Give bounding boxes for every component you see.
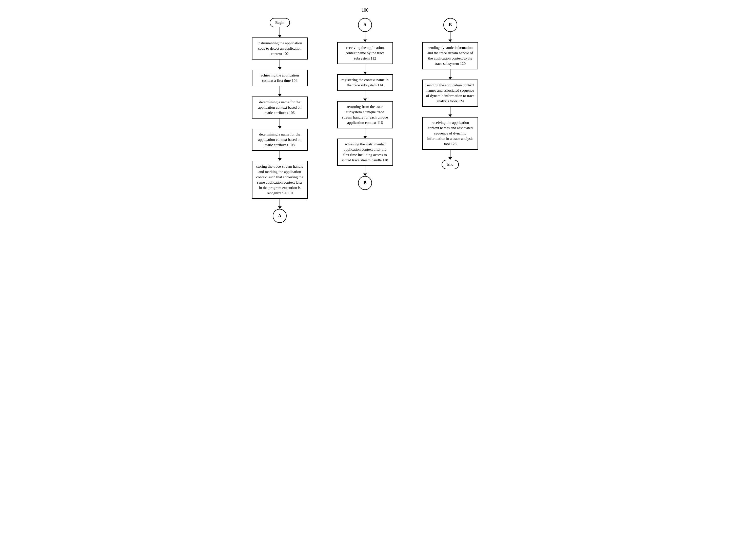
right-column: B sending dynamic information and the tr… [409, 18, 492, 169]
arrow [280, 199, 280, 206]
box-106: determining a name for the application c… [252, 96, 308, 119]
arrow [450, 69, 450, 77]
arrow-head [278, 35, 282, 37]
box-108: determining a name for the application c… [252, 129, 308, 151]
arrow-head [448, 77, 452, 80]
arrow-head [278, 94, 282, 96]
circle-a-top: A [358, 18, 372, 32]
box-116: returning from the trace subsystem a uni… [337, 101, 393, 128]
box-110: storing the trace-stream handle and mark… [252, 161, 308, 199]
arrow-head [278, 67, 282, 70]
arrow [365, 166, 365, 173]
arrow [365, 32, 365, 40]
arrow-head [448, 114, 452, 117]
box-124: sending the application context names an… [422, 80, 478, 107]
arrow [280, 119, 280, 126]
page-title: 100 [5, 8, 725, 13]
flowchart: Begin instrumenting the application code… [239, 18, 492, 223]
arrow [450, 32, 450, 40]
box-114: registering the context name in the trac… [337, 74, 393, 91]
arrow-head [278, 158, 282, 161]
box-104: achieving the application context a firs… [252, 70, 308, 86]
box-112: receiving the application context name b… [337, 42, 393, 64]
arrow-head [364, 72, 367, 74]
arrow [365, 91, 365, 99]
arrow-head [448, 40, 452, 42]
box-126: receiving the application context names … [422, 117, 478, 150]
arrow-head [448, 157, 452, 160]
arrow-head [364, 99, 367, 101]
left-column: Begin instrumenting the application code… [239, 18, 321, 223]
arrow [450, 150, 450, 157]
arrow-head [278, 126, 282, 129]
arrow [365, 128, 365, 136]
arrow [365, 64, 365, 72]
circle-b-bottom: B [358, 176, 372, 190]
arrow-head [364, 173, 367, 176]
arrow [450, 107, 450, 114]
arrow [280, 60, 280, 67]
middle-column: A receiving the application context name… [324, 18, 406, 190]
arrow [280, 151, 280, 158]
arrow-head [364, 40, 367, 42]
box-120: sending dynamic information and the trac… [422, 42, 478, 69]
begin-node: Begin [270, 18, 290, 27]
arrow [280, 86, 280, 94]
arrow [280, 27, 280, 35]
arrow-head [364, 136, 367, 139]
circle-b-top: B [443, 18, 457, 32]
box-102: instrumenting the application code to de… [252, 37, 308, 60]
arrow-head [278, 206, 282, 209]
box-118: achieving the instrumented application c… [337, 139, 393, 166]
circle-a-bottom: A [273, 209, 287, 223]
end-node: End [441, 160, 459, 169]
